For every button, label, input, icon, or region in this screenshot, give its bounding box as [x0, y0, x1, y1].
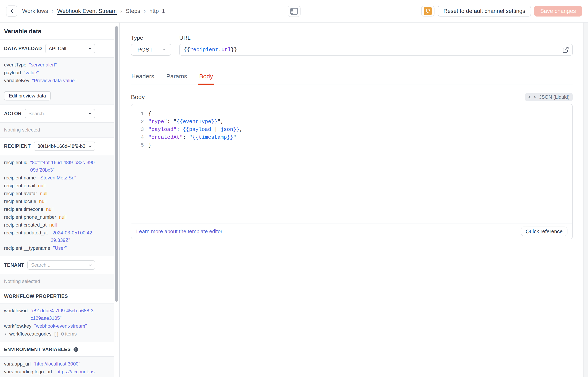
recipient-label: RECIPIENT: [4, 143, 31, 149]
variable-row: recipient.avatar null: [4, 189, 95, 197]
variable-value: null: [46, 205, 54, 213]
variable-row: recipient.locale null: [4, 197, 95, 205]
recipient-select[interactable]: 80f1f4bf-166d-48f9-b33c: [34, 141, 95, 151]
variable-row: recipient.updated_at "2024-03-05T00:42:2…: [4, 229, 95, 244]
chevron-down-icon: [88, 111, 92, 116]
recipient-section: RECIPIENT 80f1f4bf-166d-48f9-b33c: [0, 138, 114, 155]
sidebar-scrollbar-thumb[interactable]: [115, 26, 118, 302]
language-badge: < > JSON (Liquid): [525, 93, 573, 101]
breadcrumb-steps[interactable]: Steps: [126, 8, 140, 14]
categories-brackets: [ ]: [54, 330, 58, 338]
variable-key: recipient.id: [4, 159, 27, 166]
variable-value: "80f1f4bf-166d-48f9-b33c-39009df20bc3": [30, 159, 95, 174]
data-payload-select[interactable]: API Call: [45, 44, 95, 53]
back-button[interactable]: [6, 5, 17, 17]
variable-value: null: [40, 190, 47, 197]
tab[interactable]: Params: [166, 73, 187, 85]
body-label: Body: [131, 94, 145, 101]
version-control-button[interactable]: [421, 6, 435, 16]
code-line: 1 {: [131, 110, 572, 118]
save-changes-button[interactable]: Save changes: [534, 6, 582, 16]
line-number: 3: [131, 126, 144, 133]
code-text: "payload": {{payload | json}},: [148, 126, 243, 133]
breadcrumb-separator: ›: [120, 8, 122, 14]
tab[interactable]: Body: [199, 73, 213, 85]
variable-value: "server:alert": [29, 61, 57, 69]
variable-value: "https://account-assets.knock.app/42d161…: [55, 368, 95, 377]
environment-variables-section: vars.app_url "http://localhost:3000" var…: [0, 357, 114, 377]
variable-key: payload: [4, 69, 21, 76]
breadcrumb-workflow-name[interactable]: Webhook Event Stream: [57, 8, 117, 14]
tenant-search-select[interactable]: Search...: [27, 260, 95, 270]
variable-value: null: [59, 213, 67, 221]
environment-variables-header: ENVIRONMENT VARIABLES: [0, 342, 114, 357]
code-text: "createdAt": "{{timestamp}}": [148, 133, 236, 141]
line-number: 4: [131, 133, 144, 141]
code-text: }: [148, 141, 152, 149]
reset-default-settings-button[interactable]: Reset to default channel settings: [438, 6, 531, 16]
external-link-icon[interactable]: [562, 46, 569, 53]
variable-row: variableKey "Preview data value": [4, 77, 95, 84]
actor-empty-text: Nothing selected: [0, 123, 114, 137]
variable-row: recipient.__typename "User": [4, 244, 95, 252]
variable-key: workflow.categories: [9, 330, 51, 338]
git-branch-icon: [425, 9, 431, 14]
url-input[interactable]: {{recipient.url}}: [179, 44, 573, 56]
chevron-down-icon: [88, 46, 92, 51]
info-icon[interactable]: [73, 347, 79, 352]
variable-key: recipient.name: [4, 174, 36, 181]
variable-row: payload "value": [4, 69, 95, 77]
actor-empty-section: Nothing selected: [0, 123, 114, 138]
template-editor-docs-link[interactable]: Learn more about the template editor: [136, 228, 222, 235]
code-line: 4 "createdAt": "{{timestamp}}": [131, 133, 572, 141]
breadcrumb-separator: ›: [52, 8, 54, 14]
variable-key: recipient.email: [4, 182, 35, 189]
tenant-section: TENANT Search...: [0, 256, 114, 274]
variable-value: "Steven Metz Sr.": [38, 174, 76, 181]
variable-row: workflow.id "e91ddae4-7f99-45cb-a688-3c1…: [4, 307, 95, 322]
code-text: "type": "{{eventType}}",: [148, 118, 224, 126]
actor-label: ACTOR: [4, 111, 22, 116]
payload-preview-section: eventType "server:alert" payload "value"…: [0, 58, 114, 89]
recipient-fields-section: recipient.id "80f1f4bf-166d-48f9-b33c-39…: [0, 155, 114, 256]
variable-value: "value": [24, 69, 39, 76]
variable-key: eventType: [4, 61, 26, 69]
variable-row: recipient.created_at null: [4, 221, 95, 229]
commit-changes-badge: [424, 7, 432, 15]
variable-key: recipient.locale: [4, 198, 36, 205]
url-label: URL: [179, 35, 573, 41]
actor-search-placeholder: Search...: [28, 111, 48, 116]
line-number: 5: [131, 141, 144, 149]
request-config-row: Type POST URL {{recipient.url}}: [131, 35, 573, 56]
workflow-properties-header: WORKFLOW PROPERTIES: [0, 289, 114, 304]
variable-key: recipient.avatar: [4, 190, 37, 197]
sidebar-toggle-button[interactable]: [288, 6, 301, 17]
variable-row: vars.branding.logo_url "https://account-…: [4, 368, 95, 377]
url-value: {{recipient.url}}: [184, 47, 237, 53]
variable-key: recipient.phone_number: [4, 213, 56, 221]
editor-footer: Learn more about the template editor Qui…: [131, 224, 572, 239]
actor-search-select[interactable]: Search...: [25, 109, 95, 118]
tenant-empty-section: Nothing selected: [0, 274, 114, 289]
variable-key: workflow.id: [4, 307, 28, 314]
variable-row: vars.app_url "http://localhost:3000": [4, 360, 95, 368]
main-scrollbar-track[interactable]: [583, 23, 588, 377]
code-editor[interactable]: 1 { 2 "type": "{{eventType}}", 3 "payloa…: [131, 104, 572, 224]
workflow-categories-row[interactable]: workflow.categories [ ] 0 items: [4, 330, 95, 338]
variable-value: null: [38, 182, 46, 189]
variable-key: recipient.timezone: [4, 205, 43, 213]
tab[interactable]: Headers: [131, 73, 154, 85]
request-tabs: Headers Params Body: [131, 73, 573, 85]
edit-preview-data-button[interactable]: Edit preview data: [4, 91, 51, 101]
code-text: {: [148, 110, 152, 118]
payload-preview-actions: Edit preview data: [0, 88, 114, 105]
quick-reference-button[interactable]: Quick reference: [521, 226, 567, 236]
tenant-search-placeholder: Search...: [31, 262, 50, 268]
chevron-down-icon: [88, 144, 92, 148]
http-method-select[interactable]: POST: [131, 44, 171, 56]
variable-value: "webhook-event-stream": [34, 322, 87, 330]
breadcrumb-workflows[interactable]: Workflows: [22, 8, 48, 14]
line-number: 1: [131, 110, 144, 118]
variable-value: "2024-03-05T00:42:29.839Z": [51, 229, 95, 244]
chevron-right-icon: [4, 332, 8, 336]
